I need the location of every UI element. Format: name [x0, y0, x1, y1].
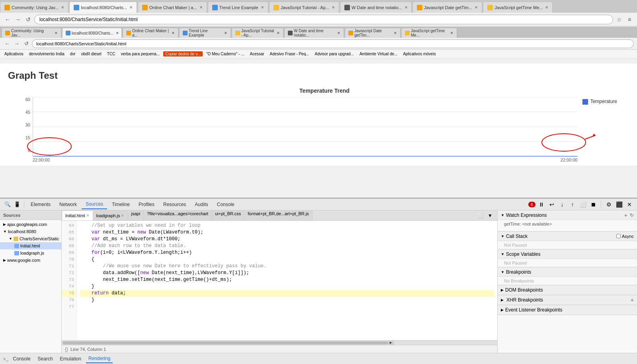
dock-btn[interactable]: ⬛	[615, 200, 623, 209]
url-bar[interactable]	[34, 15, 613, 24]
bookmark-star[interactable]: ☆	[615, 15, 623, 24]
tab-timeline[interactable]: Timeline	[108, 200, 134, 209]
bottom-tab-search[interactable]: Search	[35, 355, 55, 363]
menu-button[interactable]: ≡	[625, 15, 634, 24]
editor-toggle-btn[interactable]: ⬜	[477, 212, 485, 220]
file-tab-visualiza[interactable]: ?file=visualiza...ages=corechart	[144, 210, 212, 221]
tab-close-date[interactable]: ✕	[404, 5, 408, 10]
tree-loadgraph[interactable]: loadgraph.js	[0, 249, 61, 257]
tab2-date[interactable]: W Date and time notatio...✕	[284, 28, 344, 38]
deactivate-btn[interactable]: ⬜	[578, 200, 587, 209]
tab-console[interactable]: Console	[213, 200, 238, 209]
bk2-verba[interactable]: verba para pequena...	[119, 51, 162, 56]
bk2-devindia[interactable]: denvolvimento India	[27, 51, 66, 56]
watch-header[interactable]: ▼ Watch Expressions + ↻	[498, 210, 637, 220]
watch-refresh-btn[interactable]: ↻	[630, 212, 634, 218]
bk2-adesivo[interactable]: Adesivo Frase - Peq...	[268, 51, 311, 56]
fwd-btn-2[interactable]: →	[13, 40, 21, 48]
devtools-device-btn[interactable]: 📱	[13, 200, 21, 209]
xhr-add-btn[interactable]: +	[631, 297, 634, 303]
reload-button[interactable]: ↺	[24, 15, 33, 24]
tab-network[interactable]: Network	[55, 200, 81, 209]
tab2-jsgm[interactable]: JavaScript getTime Me...✕	[401, 28, 457, 38]
event-listener-header[interactable]: ▶ Event Listener Breakpoints	[498, 305, 637, 315]
tab-close[interactable]: ✕	[61, 5, 64, 10]
bk2-copiar[interactable]: Copiar dados de v...	[163, 51, 203, 56]
bk2-aplicativos[interactable]: Aplicativos	[2, 51, 25, 56]
step-into-btn[interactable]: ↓	[558, 200, 567, 209]
tab-trend[interactable]: Trend Line Example ✕	[208, 2, 268, 13]
forward-button[interactable]: →	[14, 15, 22, 24]
tree-initialhtml[interactable]: Initial.html	[0, 242, 61, 249]
bottom-tab-console[interactable]: Console	[11, 355, 33, 363]
h-scroll-right[interactable]: ►	[388, 341, 394, 345]
tab-close-jsgm[interactable]: ✕	[545, 5, 548, 10]
watch-add-btn[interactable]: +	[624, 212, 627, 218]
tree-ajax[interactable]: ▶ ajax.googleapis.com	[0, 221, 61, 228]
tab-audits[interactable]: Audits	[191, 200, 212, 209]
tab2-jstut[interactable]: JavaScript Tutorial - Ap...✕	[232, 28, 283, 38]
editor-expand-btn[interactable]: ▼	[486, 212, 494, 220]
breakpoints-header[interactable]: ▼ Breakpoints	[498, 267, 637, 277]
bottom-tab-emulation[interactable]: Emulation	[58, 355, 84, 363]
tab2-trend[interactable]: Trend Line Example✕	[179, 28, 231, 38]
tab-date[interactable]: W Date and time notatio... ✕	[340, 2, 412, 13]
tab-close-cm[interactable]: ✕	[199, 5, 203, 10]
bk2-advisor[interactable]: Advisor para upgrad...	[313, 51, 356, 56]
async-checkbox[interactable]	[616, 234, 621, 238]
tab-elements[interactable]: Elements	[27, 200, 55, 209]
tab-jstutorial[interactable]: JavaScript Tutorial - Ap... ✕	[269, 2, 339, 13]
xhr-breakpoints-header[interactable]: ▶ XHR Breakpoints +	[498, 295, 637, 305]
back-button[interactable]: ←	[3, 15, 12, 24]
pause-btn[interactable]: ⏸	[537, 200, 546, 209]
bk2-appmov[interactable]: Aplicativos móveis	[401, 51, 438, 56]
dom-breakpoints-header[interactable]: ▶ DOM Breakpoints	[498, 285, 637, 295]
file-tab-loadgraph[interactable]: loadgraph.js ✕	[93, 210, 128, 221]
devtools-inspect-btn[interactable]: 🔍	[3, 200, 12, 209]
tab2-community[interactable]: Community: Using Jav...✕	[2, 28, 61, 38]
tab-sources[interactable]: Sources	[82, 200, 107, 209]
tab2-chartmaker[interactable]: Online Chart Maker | a...✕	[123, 28, 178, 38]
tab-close-trend[interactable]: ✕	[261, 5, 264, 10]
bk2-acessar[interactable]: Acessar	[248, 51, 266, 56]
file-tab-ui-css[interactable]: ui+pt_BR.css	[212, 210, 244, 221]
bottom-tab-rendering[interactable]: Rendering	[86, 354, 113, 363]
file-tab-initial[interactable]: Initial.html ✕	[62, 210, 93, 221]
tab-close-jst[interactable]: ✕	[332, 5, 335, 10]
bk2-meu[interactable]: "O Meu Caderno" - ...	[204, 51, 246, 56]
tab-close-jsgt[interactable]: ✕	[475, 5, 478, 10]
call-stack-header[interactable]: ▼ Call Stack Async	[498, 232, 637, 241]
bk2-dvr[interactable]: dvr	[68, 51, 78, 56]
bk2-ambiente[interactable]: Ambiente Virtual de...	[358, 51, 399, 56]
tab2-jsgt[interactable]: Javascript Date getTim...✕	[345, 28, 401, 38]
scope-header[interactable]: ▼ Scope Variables	[498, 249, 637, 259]
tab-close-active[interactable]: ✕	[129, 5, 133, 10]
tab-resources[interactable]: Resources	[159, 200, 190, 209]
tab-profiles[interactable]: Profiles	[135, 200, 158, 209]
step-over-btn[interactable]: ↩	[547, 200, 556, 209]
step-out-btn[interactable]: ↑	[568, 200, 577, 209]
tab-jsgettimemeth[interactable]: JavaScript getTime Me... ✕	[483, 2, 553, 13]
tab-localhost[interactable]: localhost:8080/Charts... ✕	[69, 2, 137, 13]
tab-jsgettime[interactable]: Javascript Date getTim... ✕	[412, 2, 482, 13]
close-devtools-btn[interactable]: ✕	[625, 200, 634, 209]
tab-community[interactable]: Community: Using Jav... ✕	[0, 2, 68, 13]
tree-google[interactable]: ▶ www.google.com	[0, 257, 61, 264]
async-btn[interactable]: ⏹	[589, 200, 598, 209]
tab-chartmaker[interactable]: Online Chart Maker | a... ✕	[138, 2, 207, 13]
tree-chartservice[interactable]: ▼ ChartsService/Static	[0, 235, 61, 242]
file-tab-loadgraph-close[interactable]: ✕	[121, 214, 124, 218]
url-bar-2[interactable]	[32, 39, 634, 48]
bk2-tcc[interactable]: TCC	[105, 51, 117, 56]
reload-btn-2[interactable]: ↺	[22, 40, 30, 48]
bk2-obdii[interactable]: obdII diesel	[79, 51, 104, 56]
back-btn-2[interactable]: ←	[3, 40, 11, 48]
file-tab-initial-close[interactable]: ✕	[86, 214, 90, 218]
tab2-localhost[interactable]: localhost:8080/Charts...✕	[62, 28, 122, 38]
file-tab-format[interactable]: format+pt_BR,de...art+pt_BR.js	[244, 210, 312, 221]
tree-localhost[interactable]: ▼ localhost:8080	[0, 228, 61, 235]
settings-btn[interactable]: ⚙	[604, 200, 613, 209]
h-scrollthumb[interactable]	[63, 341, 388, 345]
h-scrollbar[interactable]: ►	[62, 340, 497, 345]
file-tab-jsapi[interactable]: jsapi	[128, 210, 144, 221]
